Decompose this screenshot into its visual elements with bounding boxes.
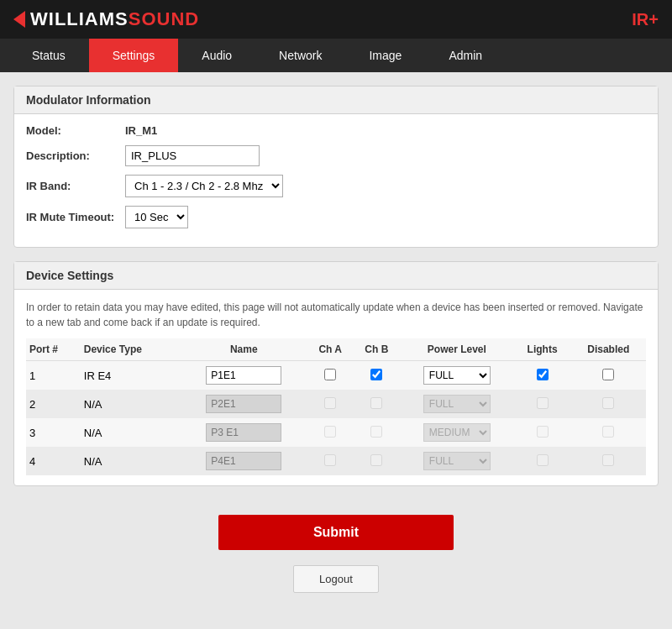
- device-settings-header: Device Settings: [14, 262, 658, 290]
- header: WILLIAMSSOUND IR+: [0, 0, 672, 39]
- ir-mute-row: IR Mute Timeout: 10 Sec 20 Sec 30 Sec 60…: [26, 206, 646, 228]
- model-row: Model: IR_M1: [26, 124, 646, 137]
- ch-b-cell-1: [354, 361, 400, 391]
- disabled-checkbox-3[interactable]: [602, 426, 614, 438]
- logo: WILLIAMSSOUND: [13, 8, 199, 30]
- ch-b-checkbox-2[interactable]: [370, 397, 382, 409]
- port-4: 4: [26, 447, 81, 475]
- lights-checkbox-1[interactable]: [537, 369, 549, 380]
- modulator-card-body: Model: IR_M1 Description: IR Band: Ch 1 …: [14, 114, 658, 247]
- device-settings-body: In order to retain data you may have edi…: [14, 290, 658, 485]
- port-2: 2: [26, 390, 81, 418]
- col-ch-a: Ch A: [307, 338, 354, 361]
- power-cell-3: FULL HIGH MEDIUM LOW: [400, 418, 514, 447]
- disabled-cell-4: [571, 447, 647, 475]
- col-disabled: Disabled: [571, 338, 647, 361]
- ch-a-checkbox-3[interactable]: [324, 426, 336, 438]
- submit-container: Submit: [13, 500, 659, 558]
- lights-checkbox-2[interactable]: [537, 397, 549, 409]
- disabled-cell-2: [571, 390, 647, 418]
- ch-a-checkbox-2[interactable]: [324, 397, 336, 409]
- device-type-4: N/A: [81, 447, 181, 475]
- name-cell-4: [181, 447, 307, 475]
- disabled-checkbox-4[interactable]: [602, 454, 614, 466]
- modulator-title: Modulator Information: [26, 93, 151, 107]
- ch-a-cell-2: [307, 390, 354, 418]
- port-1: 1: [26, 361, 81, 391]
- model-label: Model:: [26, 124, 118, 137]
- nav-item-status[interactable]: Status: [8, 39, 89, 72]
- ir-plus-symbol: +: [648, 10, 659, 29]
- nav-bar: Status Settings Audio Network Image Admi…: [0, 39, 672, 72]
- disabled-cell-1: [571, 361, 647, 391]
- ir-plus-badge: IR+: [632, 10, 659, 29]
- ir-mute-select[interactable]: 10 Sec 20 Sec 30 Sec 60 Sec: [125, 206, 188, 228]
- table-header-row: Port # Device Type Name Ch A Ch B Power …: [26, 338, 646, 361]
- nav-item-admin[interactable]: Admin: [425, 39, 506, 72]
- disabled-cell-3: [571, 418, 647, 447]
- ch-a-checkbox-1[interactable]: [324, 369, 336, 380]
- logo-williams: WILLIAMS: [30, 8, 129, 29]
- ch-b-checkbox-3[interactable]: [370, 426, 382, 438]
- ch-b-cell-2: [354, 390, 400, 418]
- nav-item-audio[interactable]: Audio: [178, 39, 255, 72]
- name-input-3[interactable]: [206, 423, 281, 442]
- logout-button[interactable]: Logout: [293, 565, 379, 593]
- lights-cell-4: [514, 447, 571, 475]
- lights-cell-3: [514, 418, 571, 447]
- ch-b-checkbox-1[interactable]: [370, 369, 382, 380]
- ir-mute-label: IR Mute Timeout:: [26, 211, 118, 223]
- logout-container: Logout: [13, 558, 659, 606]
- col-lights: Lights: [514, 338, 571, 361]
- name-input-1[interactable]: [206, 366, 281, 385]
- disabled-checkbox-2[interactable]: [602, 397, 614, 409]
- nav-item-image[interactable]: Image: [345, 39, 425, 72]
- device-settings-info: In order to retain data you may have edi…: [26, 300, 646, 330]
- ch-a-cell-4: [307, 447, 354, 475]
- ir-plus-text: IR: [632, 10, 648, 29]
- nav-item-settings[interactable]: Settings: [89, 39, 179, 72]
- power-select-4[interactable]: FULL HIGH MEDIUM LOW: [423, 452, 491, 470]
- name-input-2[interactable]: [206, 395, 281, 413]
- device-type-1: IR E4: [81, 361, 181, 391]
- ir-band-select[interactable]: Ch 1 - 2.3 / Ch 2 - 2.8 Mhz Ch 1 - 2.8 /…: [125, 175, 283, 197]
- power-cell-1: FULL HIGH MEDIUM LOW: [400, 361, 514, 391]
- lights-checkbox-3[interactable]: [537, 426, 549, 438]
- ch-b-checkbox-4[interactable]: [370, 454, 382, 466]
- device-type-2: N/A: [81, 390, 181, 418]
- logo-sound: SOUND: [129, 8, 199, 29]
- col-name: Name: [181, 338, 307, 361]
- modulator-card-header: Modulator Information: [14, 86, 658, 114]
- col-ch-b: Ch B: [354, 338, 400, 361]
- table-row: 4 N/A FULL: [26, 447, 646, 475]
- ch-b-cell-4: [354, 447, 400, 475]
- table-row: 2 N/A FULL: [26, 390, 646, 418]
- ch-b-cell-3: [354, 418, 400, 447]
- lights-cell-2: [514, 390, 571, 418]
- name-input-4[interactable]: [206, 452, 281, 470]
- ch-a-checkbox-4[interactable]: [324, 454, 336, 466]
- col-power-level: Power Level: [400, 338, 514, 361]
- ch-a-cell-1: [307, 361, 354, 391]
- device-table: Port # Device Type Name Ch A Ch B Power …: [26, 338, 646, 475]
- col-port: Port #: [26, 338, 81, 361]
- submit-button[interactable]: Submit: [218, 515, 454, 550]
- name-cell-1: [181, 361, 307, 391]
- logo-chevron-icon: [13, 11, 25, 28]
- device-settings-card: Device Settings In order to retain data …: [13, 261, 659, 486]
- name-cell-2: [181, 390, 307, 418]
- main-content: Modulator Information Model: IR_M1 Descr…: [0, 72, 672, 620]
- modulator-card: Modulator Information Model: IR_M1 Descr…: [13, 86, 659, 248]
- ir-band-label: IR Band:: [26, 180, 118, 192]
- disabled-checkbox-1[interactable]: [602, 369, 614, 380]
- port-3: 3: [26, 418, 81, 447]
- nav-item-network[interactable]: Network: [255, 39, 345, 72]
- lights-checkbox-4[interactable]: [537, 454, 549, 466]
- power-select-1[interactable]: FULL HIGH MEDIUM LOW: [423, 366, 491, 385]
- description-input[interactable]: [125, 145, 260, 166]
- power-select-2[interactable]: FULL HIGH MEDIUM LOW: [423, 395, 491, 413]
- description-label: Description:: [26, 149, 118, 162]
- device-type-3: N/A: [81, 418, 181, 447]
- power-select-3[interactable]: FULL HIGH MEDIUM LOW: [423, 423, 491, 442]
- table-row: 1 IR E4 FULL: [26, 361, 646, 391]
